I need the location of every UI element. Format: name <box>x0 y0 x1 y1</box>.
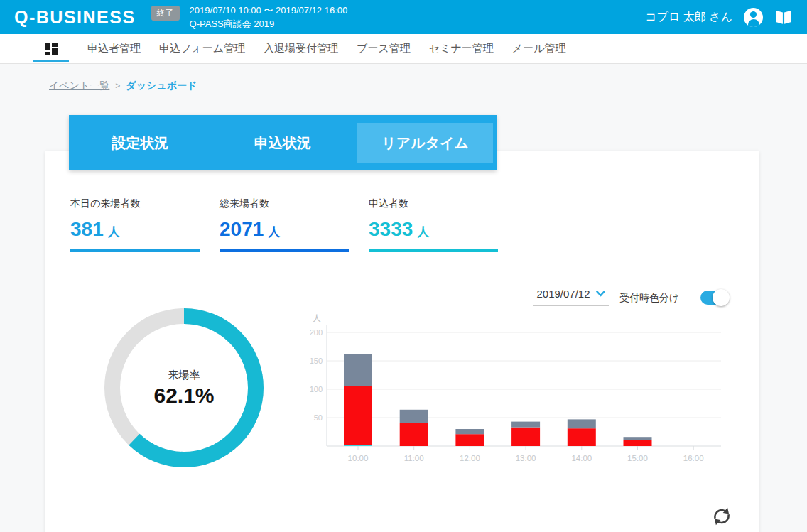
event-status-badge: 終了 <box>151 6 180 21</box>
hourly-visitors-bar-chart: 50100150200人10:0011:0012:0013:0014:0015:… <box>310 310 737 474</box>
svg-text:15:00: 15:00 <box>627 454 648 462</box>
stat-today-visitors: 本日の来場者数 381人 <box>70 197 200 252</box>
nav-active-underline <box>33 60 69 62</box>
color-toggle-label: 受付時色分け <box>619 292 679 305</box>
refresh-button[interactable] <box>710 504 734 528</box>
toggle-knob <box>713 289 730 306</box>
date-select[interactable]: 2019/07/12 <box>533 288 609 306</box>
svg-text:16:00: 16:00 <box>683 454 704 462</box>
app-header: Q-BUSINESS 終了 2019/07/10 10:00 〜 2019/07… <box>0 0 807 34</box>
nav-item-mail[interactable]: メール管理 <box>512 42 566 55</box>
app-logo: Q-BUSINESS <box>14 7 136 28</box>
dashboard-tabbar: 設定状況 申込状況 リアルタイム <box>69 115 497 170</box>
donut-center-value: 62.1% <box>153 384 214 408</box>
svg-text:10:00: 10:00 <box>348 454 369 462</box>
nav-item-dashboard[interactable] <box>33 34 69 63</box>
date-select-value: 2019/07/12 <box>536 288 590 300</box>
reception-color-toggle[interactable] <box>700 291 727 305</box>
svg-text:12:00: 12:00 <box>460 454 480 462</box>
event-name: Q-PASS商談会 2019 <box>190 17 348 31</box>
nav-item-applicants[interactable]: 申込者管理 <box>87 42 141 55</box>
svg-text:200: 200 <box>310 328 323 337</box>
svg-text:14:00: 14:00 <box>571 454 592 462</box>
svg-text:人: 人 <box>313 313 321 323</box>
tab-application-status[interactable]: 申込状況 <box>215 123 351 163</box>
event-info: 終了 2019/07/10 10:00 〜 2019/07/12 16:00 Q… <box>151 4 348 31</box>
manual-book-icon[interactable] <box>774 9 793 26</box>
user-name: コプロ 太郎 さん <box>645 10 732 25</box>
stat-applicants: 申込者数 3333人 <box>369 197 498 252</box>
main-nav: 申込者管理 申込フォーム管理 入退場受付管理 ブース管理 セミナー管理 メール管… <box>0 34 807 64</box>
tab-settings-status[interactable]: 設定状況 <box>72 123 208 163</box>
svg-text:50: 50 <box>314 413 323 422</box>
breadcrumb: イベント一覧 > ダッシュボード <box>49 80 197 92</box>
nav-item-seminar[interactable]: セミナー管理 <box>429 42 494 55</box>
user-icon[interactable] <box>744 8 763 27</box>
chevron-down-icon <box>596 291 605 297</box>
breadcrumb-current: ダッシュボード <box>126 80 197 92</box>
svg-text:150: 150 <box>310 357 323 365</box>
nav-item-booth[interactable]: ブース管理 <box>357 42 411 55</box>
event-period: 2019/07/10 10:00 〜 2019/07/12 16:00 <box>190 4 348 17</box>
breadcrumb-link-events[interactable]: イベント一覧 <box>49 80 109 92</box>
realtime-panel: 本日の来場者数 381人 総来場者数 2071人 申込者数 3333人 2019… <box>45 151 759 532</box>
nav-item-form[interactable]: 申込フォーム管理 <box>159 42 245 55</box>
stat-total-visitors: 総来場者数 2071人 <box>220 197 349 252</box>
tab-realtime[interactable]: リアルタイム <box>357 123 493 163</box>
svg-text:11:00: 11:00 <box>404 454 424 462</box>
dashboard-grid-icon <box>45 43 58 55</box>
svg-text:13:00: 13:00 <box>516 454 536 462</box>
svg-text:100: 100 <box>310 385 323 393</box>
donut-center-label: 来場率 <box>168 369 200 382</box>
breadcrumb-separator: > <box>115 81 120 91</box>
nav-item-entry-exit[interactable]: 入退場受付管理 <box>264 42 338 55</box>
stats-row: 本日の来場者数 381人 総来場者数 2071人 申込者数 3333人 <box>70 197 498 252</box>
attendance-donut-chart: 来場率 62.1% <box>102 306 266 469</box>
